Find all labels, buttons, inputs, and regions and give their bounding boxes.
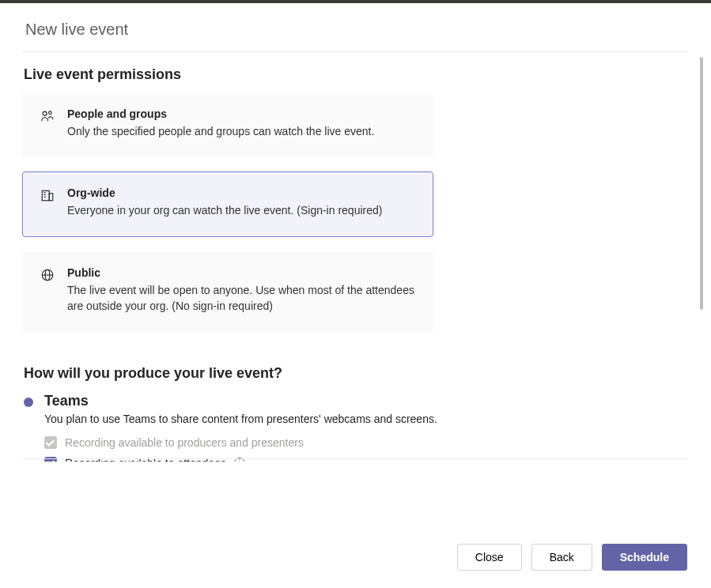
permission-option-body: People and groups Only the specified peo… <box>67 107 374 139</box>
check-label: Recording available to producers and pre… <box>65 436 304 449</box>
produce-option-teams[interactable]: Teams You plan to use Teams to share con… <box>22 393 689 462</box>
section-divider <box>22 458 689 459</box>
dialog-title: New live event <box>22 3 689 52</box>
dialog-footer: Close Back Schedule <box>457 544 687 571</box>
permission-option-title: Public <box>67 266 417 279</box>
back-button[interactable]: Back <box>531 544 592 571</box>
permission-option-body: Org-wide Everyone in your org can watch … <box>67 187 382 218</box>
permission-option-desc: Everyone in your org can watch the live … <box>67 202 382 218</box>
permission-option-public[interactable]: Public The live event will be open to an… <box>22 251 433 333</box>
produce-option-desc: You plan to use Teams to share content f… <box>44 413 689 425</box>
permissions-heading: Live event permissions <box>22 52 689 92</box>
permission-option-desc: Only the specified people and groups can… <box>67 123 374 139</box>
people-icon <box>40 109 55 123</box>
scrollbar-thumb[interactable] <box>700 57 703 310</box>
permission-option-people-and-groups[interactable]: People and groups Only the specified peo… <box>22 92 433 157</box>
globe-icon <box>40 268 55 282</box>
permission-option-title: Org-wide <box>67 187 382 199</box>
permission-option-body: Public The live event will be open to an… <box>67 266 417 315</box>
produce-option-body: Teams You plan to use Teams to share con… <box>44 393 689 462</box>
org-icon <box>40 188 55 202</box>
svg-point-0 <box>43 111 47 115</box>
permissions-list: People and groups Only the specified peo… <box>22 92 433 332</box>
check-recording-producers: Recording available to producers and pre… <box>44 436 689 449</box>
produce-heading: How will you produce your live event? <box>22 346 689 393</box>
permission-option-title: People and groups <box>67 107 374 120</box>
checkbox-icon <box>44 436 57 449</box>
radio-selected-icon[interactable] <box>24 398 33 407</box>
dialog-body: New live event Live event permissions Pe… <box>0 3 711 462</box>
close-button[interactable]: Close <box>457 544 522 571</box>
schedule-button[interactable]: Schedule <box>602 544 687 571</box>
svg-rect-3 <box>49 194 53 201</box>
produce-option-title: Teams <box>44 393 689 409</box>
permission-option-org-wide[interactable]: Org-wide Everyone in your org can watch … <box>22 172 433 236</box>
permission-option-desc: The live event will be open to anyone. U… <box>67 282 417 315</box>
svg-point-1 <box>49 111 52 115</box>
